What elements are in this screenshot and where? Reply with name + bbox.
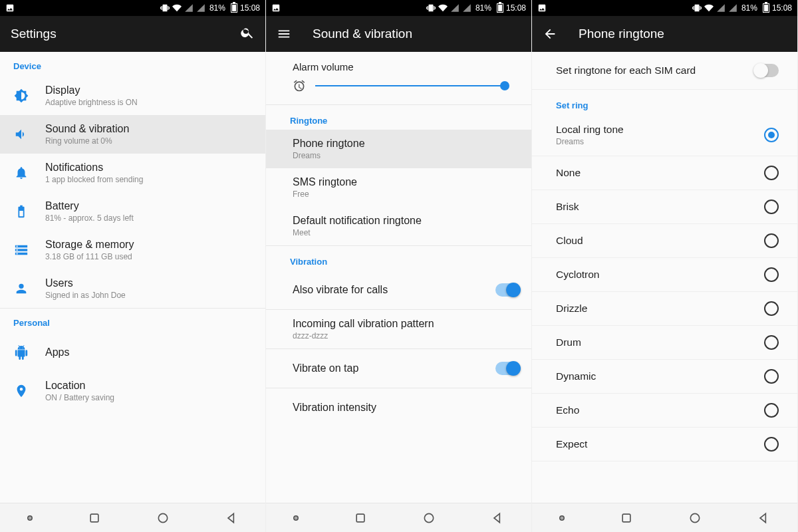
- radio-icon[interactable]: [764, 437, 779, 452]
- menu-icon[interactable]: [277, 27, 291, 41]
- item-title: Storage & memory: [45, 239, 253, 251]
- slider-thumb[interactable]: [500, 81, 509, 90]
- toggle-also-vibrate[interactable]: [495, 283, 519, 297]
- ringtone-option-cyclotron[interactable]: Cyclotron: [532, 258, 797, 292]
- nav-recents-icon[interactable]: [354, 511, 367, 525]
- svg-rect-4: [622, 514, 630, 522]
- settings-item-users[interactable]: Users Signed in as John Doe: [0, 269, 265, 308]
- wifi-icon: [704, 3, 714, 13]
- back-icon[interactable]: [543, 27, 557, 41]
- toggle-sim-ringtone[interactable]: [755, 64, 779, 77]
- battery-percent: 81%: [475, 3, 491, 13]
- search-icon[interactable]: [240, 25, 255, 43]
- ringtone-option-brisk[interactable]: Brisk: [532, 190, 797, 224]
- sim-toggle-row[interactable]: Set ringtone for each SIM card: [532, 52, 797, 90]
- radio-icon[interactable]: [764, 128, 779, 142]
- settings-item-display[interactable]: Display Adaptive brightness is ON: [0, 76, 265, 115]
- sound-item-default-notif[interactable]: Default notification ringtone Meet: [266, 207, 531, 245]
- radio-icon[interactable]: [764, 301, 779, 316]
- svg-point-1: [158, 513, 167, 522]
- nav-assistant-icon[interactable]: [27, 515, 33, 521]
- item-sub: Ring volume at 0%: [45, 136, 253, 146]
- settings-item-battery[interactable]: Battery 81% - approx. 5 days left: [0, 192, 265, 231]
- section-ringtone: Ringtone: [266, 105, 531, 130]
- nav-home-icon[interactable]: [156, 511, 170, 525]
- item-title: Default notification ringtone: [293, 215, 519, 227]
- ringtone-option-cloud[interactable]: Cloud: [532, 224, 797, 258]
- bell-icon: [12, 166, 31, 180]
- item-title: Vibrate on tap: [293, 362, 495, 374]
- item-sub: Meet: [293, 228, 519, 237]
- ringtone-list[interactable]: Set ringtone for each SIM card Set ring …: [532, 52, 797, 503]
- location-icon: [12, 384, 31, 398]
- option-label: Local ring tone: [556, 124, 624, 136]
- ringtone-option-drizzle[interactable]: Drizzle: [532, 292, 797, 326]
- nav-recents-icon[interactable]: [620, 511, 633, 525]
- section-device: Device: [0, 52, 265, 76]
- signal-icon: [184, 3, 194, 13]
- settings-item-storage[interactable]: Storage & memory 3.18 GB of 111 GB used: [0, 231, 265, 269]
- clock: 15:08: [772, 3, 792, 13]
- radio-icon[interactable]: [764, 403, 779, 418]
- settings-item-apps[interactable]: Apps: [0, 333, 265, 372]
- sound-item-vibration-intensity[interactable]: Vibration intensity: [266, 388, 531, 427]
- radio-icon[interactable]: [764, 335, 779, 350]
- app-bar: Settings: [0, 16, 265, 52]
- ringtone-option-dynamic[interactable]: Dynamic: [532, 360, 797, 394]
- settings-item-sound[interactable]: Sound & vibration Ring volume at 0%: [0, 115, 265, 154]
- slider-track[interactable]: [315, 85, 505, 86]
- sound-item-also-vibrate[interactable]: Also vibrate for calls: [266, 271, 531, 309]
- radio-icon[interactable]: [764, 233, 779, 248]
- sound-list[interactable]: Alarm volume Ringtone Phone ringtone Dre…: [266, 52, 531, 503]
- toggle-vibrate-on-tap[interactable]: [495, 362, 519, 375]
- item-title: Users: [45, 277, 253, 289]
- ringtone-option-expect[interactable]: Expect: [532, 428, 797, 462]
- nav-back-icon[interactable]: [757, 511, 770, 525]
- settings-item-location[interactable]: Location ON / Battery saving: [0, 372, 265, 410]
- item-title: Also vibrate for calls: [293, 284, 495, 296]
- ringtone-option-local[interactable]: Local ring tone Dreams: [532, 114, 797, 156]
- sound-item-vibration-pattern[interactable]: Incoming call vibration pattern dzzz-dzz…: [266, 310, 531, 348]
- ringtone-option-drum[interactable]: Drum: [532, 326, 797, 360]
- item-title: Battery: [45, 200, 253, 212]
- sound-icon: [12, 127, 31, 142]
- ringtone-option-echo[interactable]: Echo: [532, 394, 797, 428]
- option-label: Echo: [556, 404, 579, 416]
- radio-icon[interactable]: [764, 369, 779, 384]
- option-label: Dynamic: [556, 370, 596, 382]
- nav-home-icon[interactable]: [688, 511, 702, 525]
- page-title: Settings: [11, 27, 224, 41]
- item-title: Location: [45, 380, 253, 392]
- sound-item-sms-ringtone[interactable]: SMS ringtone Free: [266, 168, 531, 207]
- ringtone-option-none[interactable]: None: [532, 156, 797, 190]
- settings-item-notifications[interactable]: Notifications 1 app blocked from sending: [0, 154, 265, 192]
- settings-list[interactable]: Device Display Adaptive brightness is ON…: [0, 52, 265, 503]
- nav-home-icon[interactable]: [422, 511, 436, 525]
- alarm-volume-slider[interactable]: [266, 72, 531, 104]
- sound-item-vibrate-on-tap[interactable]: Vibrate on tap: [266, 349, 531, 388]
- option-label: Drizzle: [556, 303, 587, 315]
- page-title: Phone ringtone: [579, 27, 787, 41]
- app-bar: Sound & vibration: [266, 16, 531, 52]
- item-sub: Signed in as John Doe: [45, 291, 253, 300]
- nav-back-icon[interactable]: [225, 511, 238, 525]
- nav-assistant-icon[interactable]: [293, 515, 299, 521]
- item-sub: Dreams: [293, 151, 519, 160]
- radio-icon[interactable]: [764, 267, 779, 282]
- option-label: Expect: [556, 438, 587, 450]
- status-bar: 81% 15:08: [266, 0, 531, 16]
- nav-bar: [0, 503, 265, 532]
- nav-assistant-icon[interactable]: [559, 515, 565, 521]
- radio-icon[interactable]: [764, 166, 779, 180]
- nav-back-icon[interactable]: [491, 511, 504, 525]
- battery-icon: [12, 204, 31, 219]
- option-sub: Dreams: [556, 137, 624, 146]
- brightness-icon: [12, 88, 31, 103]
- item-sub: Free: [293, 190, 519, 199]
- sound-item-phone-ringtone[interactable]: Phone ringtone Dreams: [266, 130, 531, 168]
- item-title: Incoming call vibration pattern: [293, 318, 519, 330]
- nav-recents-icon[interactable]: [88, 511, 101, 525]
- radio-icon[interactable]: [764, 200, 779, 214]
- item-sub: 81% - approx. 5 days left: [45, 213, 253, 223]
- svg-point-3: [424, 513, 433, 522]
